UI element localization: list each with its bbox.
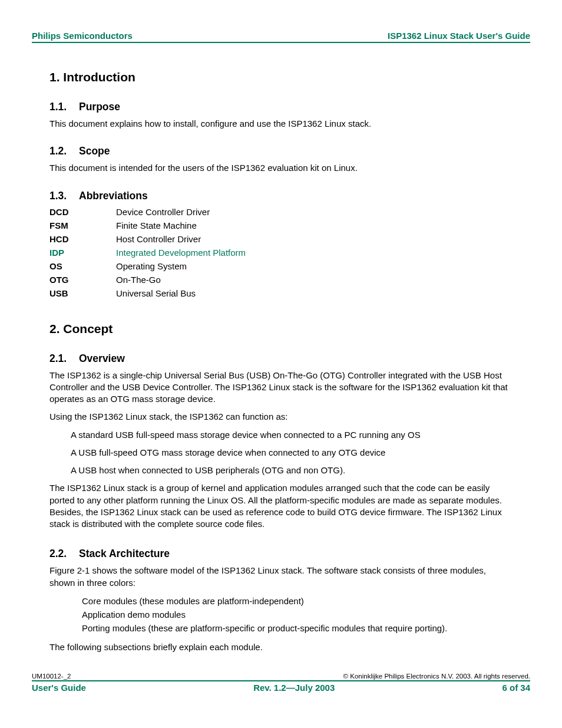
page-content: 1. Introduction 1.1. Purpose This docume…	[32, 70, 530, 653]
heading-number: 1.2.	[49, 145, 79, 157]
list-item: Application demo modules	[82, 608, 513, 621]
abbr-term: OS	[49, 261, 116, 271]
page-header: Philips Semiconductors ISP1362 Linux Sta…	[32, 31, 530, 43]
paragraph: The ISP1362 is a single-chip Universal S…	[49, 370, 513, 406]
abbr-term: USB	[49, 288, 116, 298]
heading-number: 1.1.	[49, 101, 79, 113]
heading-text: Overview	[79, 353, 125, 365]
paragraph: This document explains how to install, c…	[49, 118, 513, 130]
abbr-def: Universal Serial Bus	[116, 288, 196, 298]
section-1-1-heading: 1.1. Purpose	[49, 101, 513, 113]
header-doc-title: ISP1362 Linux Stack User's Guide	[388, 31, 530, 41]
abbr-row: OTG On-The-Go	[49, 275, 513, 285]
abbr-term: DCD	[49, 207, 116, 217]
abbr-row: DCD Device Controller Driver	[49, 207, 513, 217]
footer-left: User's Guide	[32, 683, 86, 693]
footer-copyright: © Koninklijke Philips Electronics N.V. 2…	[343, 673, 530, 680]
paragraph: This document is intended for the users …	[49, 162, 513, 174]
heading-text: Scope	[79, 145, 110, 157]
footer-right: 6 of 34	[502, 683, 530, 693]
heading-number: 2.1.	[49, 353, 79, 365]
list-item: A standard USB full-speed mass storage d…	[71, 429, 513, 441]
abbr-row: IDP Integrated Development Platform	[49, 248, 513, 258]
abbr-def: Device Controller Driver	[116, 207, 210, 217]
paragraph: The following subsections briefly explai…	[49, 641, 513, 653]
abbr-def: Operating System	[116, 261, 187, 271]
abbr-term: IDP	[49, 248, 116, 258]
section-2-title: 2. Concept	[49, 322, 513, 336]
section-1-title: 1. Introduction	[49, 70, 513, 84]
heading-text: Abbreviations	[79, 190, 148, 202]
abbr-row: FSM Finite State Machine	[49, 220, 513, 230]
section-1-3-heading: 1.3. Abbreviations	[49, 190, 513, 202]
abbr-row: OS Operating System	[49, 261, 513, 271]
section-1-2-heading: 1.2. Scope	[49, 145, 513, 157]
abbr-def: On-The-Go	[116, 275, 161, 285]
section-2-1-heading: 2.1. Overview	[49, 353, 513, 365]
footer-center: Rev. 1.2—July 2003	[253, 683, 335, 693]
list-item: Porting modules (these are platform-spec…	[82, 622, 513, 634]
footer-bottom-row: User's Guide Rev. 1.2—July 2003 6 of 34	[32, 683, 530, 693]
heading-text: Stack Architecture	[79, 548, 170, 560]
abbr-term: HCD	[49, 234, 116, 244]
abbr-row: HCD Host Controller Driver	[49, 234, 513, 244]
list-item: Core modules (these modules are platform…	[82, 595, 513, 607]
list-item: A USB host when connected to USB periphe…	[71, 465, 513, 476]
paragraph: The ISP1362 Linux stack is a group of ke…	[49, 482, 513, 530]
footer-doc-id: UM10012-_2	[32, 673, 71, 680]
heading-text: Purpose	[79, 101, 120, 113]
abbr-def: Host Controller Driver	[116, 234, 201, 244]
list-item: A USB full-speed OTG mass storage device…	[71, 447, 513, 459]
abbr-def: Integrated Development Platform	[116, 248, 246, 258]
page-footer: UM10012-_2 © Koninklijke Philips Electro…	[32, 673, 530, 693]
heading-number: 2.2.	[49, 548, 79, 560]
paragraph: Figure 2-1 shows the software model of t…	[49, 565, 513, 589]
heading-number: 1.3.	[49, 190, 79, 202]
abbr-def: Finite State Machine	[116, 220, 197, 230]
abbr-term: FSM	[49, 220, 116, 230]
abbr-term: OTG	[49, 275, 116, 285]
header-company: Philips Semiconductors	[32, 31, 133, 41]
section-2-2-heading: 2.2. Stack Architecture	[49, 548, 513, 560]
footer-top-row: UM10012-_2 © Koninklijke Philips Electro…	[32, 673, 530, 681]
abbr-row: USB Universal Serial Bus	[49, 288, 513, 298]
paragraph: Using the ISP1362 Linux stack, the ISP13…	[49, 411, 513, 423]
